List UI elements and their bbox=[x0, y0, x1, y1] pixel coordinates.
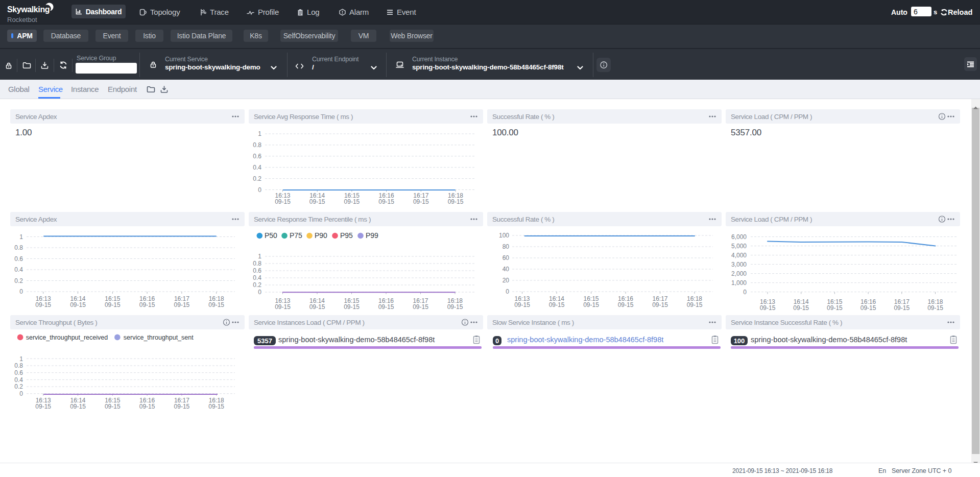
svg-text:0.4: 0.4 bbox=[14, 266, 23, 273]
svg-text:09-15: 09-15 bbox=[378, 303, 394, 311]
svg-text:09-15: 09-15 bbox=[275, 198, 291, 205]
svg-text:0.8: 0.8 bbox=[253, 260, 261, 267]
svg-text:09-15: 09-15 bbox=[378, 198, 394, 205]
svg-text:09-15: 09-15 bbox=[344, 303, 360, 311]
svg-text:0.6: 0.6 bbox=[14, 369, 23, 376]
svg-text:09-15: 09-15 bbox=[413, 303, 428, 311]
svg-text:0.6: 0.6 bbox=[14, 255, 23, 263]
svg-text:0.6: 0.6 bbox=[253, 153, 261, 160]
svg-text:09-15: 09-15 bbox=[35, 301, 51, 308]
svg-text:6,000: 6,000 bbox=[731, 233, 747, 241]
svg-text:60: 60 bbox=[503, 254, 510, 261]
svg-text:1: 1 bbox=[258, 253, 261, 260]
svg-text:5,000: 5,000 bbox=[731, 243, 747, 250]
svg-text:09-15: 09-15 bbox=[139, 403, 155, 410]
svg-text:2,000: 2,000 bbox=[731, 270, 747, 277]
svg-text:P99: P99 bbox=[366, 231, 378, 240]
svg-text:09-15: 09-15 bbox=[139, 301, 155, 308]
svg-text:4,000: 4,000 bbox=[731, 252, 747, 259]
svg-text:0: 0 bbox=[743, 289, 747, 296]
svg-text:09-15: 09-15 bbox=[208, 403, 224, 410]
svg-text:P75: P75 bbox=[290, 231, 302, 240]
svg-text:09-15: 09-15 bbox=[687, 301, 703, 308]
svg-text:09-15: 09-15 bbox=[514, 301, 530, 308]
svg-text:1,000: 1,000 bbox=[731, 279, 747, 287]
svg-text:P95: P95 bbox=[340, 231, 353, 240]
svg-text:09-15: 09-15 bbox=[275, 303, 291, 311]
svg-text:0.4: 0.4 bbox=[253, 274, 261, 281]
svg-text:service_throughput_sent: service_throughput_sent bbox=[124, 334, 194, 341]
svg-text:09-15: 09-15 bbox=[344, 198, 360, 205]
svg-text:40: 40 bbox=[503, 266, 510, 273]
svg-text:09-15: 09-15 bbox=[652, 301, 668, 308]
svg-text:09-15: 09-15 bbox=[760, 304, 776, 312]
svg-text:09-15: 09-15 bbox=[618, 301, 634, 308]
svg-text:09-15: 09-15 bbox=[174, 403, 190, 410]
svg-text:0.8: 0.8 bbox=[14, 362, 23, 369]
svg-text:09-15: 09-15 bbox=[793, 304, 809, 312]
svg-text:0.2: 0.2 bbox=[14, 383, 23, 390]
svg-text:09-15: 09-15 bbox=[105, 301, 121, 308]
svg-text:09-15: 09-15 bbox=[894, 304, 910, 312]
svg-text:P50: P50 bbox=[265, 231, 277, 240]
svg-text:09-15: 09-15 bbox=[861, 304, 876, 312]
svg-text:20: 20 bbox=[503, 277, 510, 284]
svg-text:09-15: 09-15 bbox=[105, 403, 121, 410]
svg-text:09-15: 09-15 bbox=[309, 198, 325, 205]
svg-text:0.2: 0.2 bbox=[14, 277, 23, 284]
svg-text:3,000: 3,000 bbox=[731, 261, 747, 268]
svg-text:09-15: 09-15 bbox=[208, 301, 224, 308]
svg-text:09-15: 09-15 bbox=[174, 301, 190, 308]
svg-text:0.8: 0.8 bbox=[253, 141, 261, 149]
svg-text:0: 0 bbox=[19, 390, 23, 397]
svg-text:0: 0 bbox=[258, 186, 261, 194]
svg-text:09-15: 09-15 bbox=[549, 301, 565, 308]
svg-text:09-15: 09-15 bbox=[827, 304, 843, 312]
svg-text:0: 0 bbox=[19, 288, 23, 295]
svg-text:0.4: 0.4 bbox=[253, 164, 261, 171]
svg-text:0: 0 bbox=[506, 288, 509, 295]
svg-text:09-15: 09-15 bbox=[35, 403, 51, 410]
svg-text:0.2: 0.2 bbox=[253, 175, 261, 182]
svg-text:100: 100 bbox=[499, 232, 509, 239]
svg-text:80: 80 bbox=[503, 243, 510, 250]
svg-text:09-15: 09-15 bbox=[927, 304, 943, 312]
svg-text:P90: P90 bbox=[315, 231, 327, 240]
svg-text:0.6: 0.6 bbox=[253, 267, 261, 274]
svg-text:09-15: 09-15 bbox=[70, 301, 86, 308]
svg-text:0.8: 0.8 bbox=[14, 244, 23, 251]
svg-text:0.4: 0.4 bbox=[14, 376, 23, 384]
svg-text:0.2: 0.2 bbox=[253, 281, 261, 289]
svg-text:1: 1 bbox=[19, 355, 23, 363]
svg-text:1: 1 bbox=[19, 233, 23, 241]
svg-text:service_throughput_received: service_throughput_received bbox=[26, 334, 108, 341]
svg-text:1: 1 bbox=[258, 130, 261, 137]
svg-text:09-15: 09-15 bbox=[583, 301, 599, 308]
svg-text:09-15: 09-15 bbox=[413, 198, 429, 205]
svg-text:09-15: 09-15 bbox=[447, 303, 463, 311]
svg-text:09-15: 09-15 bbox=[70, 403, 86, 410]
svg-text:0: 0 bbox=[258, 289, 261, 296]
svg-text:09-15: 09-15 bbox=[448, 198, 464, 205]
svg-text:09-15: 09-15 bbox=[309, 303, 325, 311]
